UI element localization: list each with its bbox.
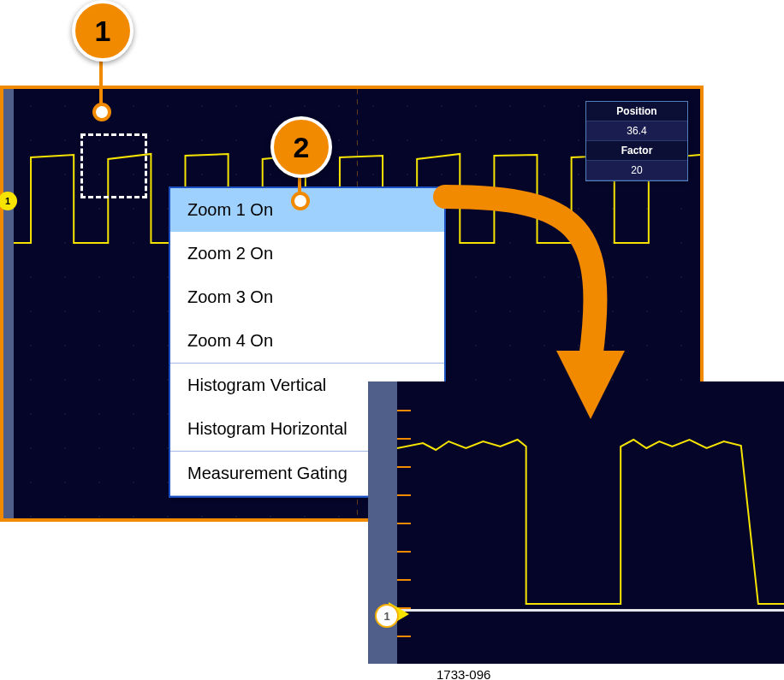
- factor-value: 20: [586, 161, 687, 180]
- factor-label: Factor: [586, 141, 687, 161]
- callout-badge-1: 1: [72, 0, 134, 62]
- menu-item-zoom2-on[interactable]: Zoom 2 On: [170, 232, 444, 275]
- channel-marker-label: 1: [375, 604, 399, 628]
- scope-left-edge: [3, 89, 14, 518]
- callout-stem: [99, 58, 103, 104]
- zoom-selection-rectangle[interactable]: [80, 133, 147, 198]
- callout-label: 2: [294, 131, 310, 164]
- position-value: 36.4: [586, 121, 687, 141]
- oscilloscope-zoom-display[interactable]: 1: [368, 381, 784, 664]
- channel-marker-zoom: 1: [375, 602, 404, 626]
- image-id-label: 1733-096: [437, 667, 490, 680]
- menu-item-zoom4-on[interactable]: Zoom 4 On: [170, 319, 444, 363]
- position-label: Position: [586, 102, 687, 121]
- callout-label: 1: [95, 15, 111, 48]
- callout-dot: [92, 103, 111, 121]
- scope-graticule: [397, 381, 784, 664]
- callout-dot: [291, 192, 310, 210]
- channel-marker-label: 1: [5, 196, 10, 206]
- menu-item-zoom3-on[interactable]: Zoom 3 On: [170, 275, 444, 319]
- zero-reference-line: [397, 609, 784, 612]
- callout-badge-2: 2: [270, 116, 332, 178]
- zoom-readout-panel: Position 36.4 Factor 20: [585, 101, 688, 181]
- context-menu-group: Zoom 1 On Zoom 2 On Zoom 3 On Zoom 4 On: [170, 188, 444, 364]
